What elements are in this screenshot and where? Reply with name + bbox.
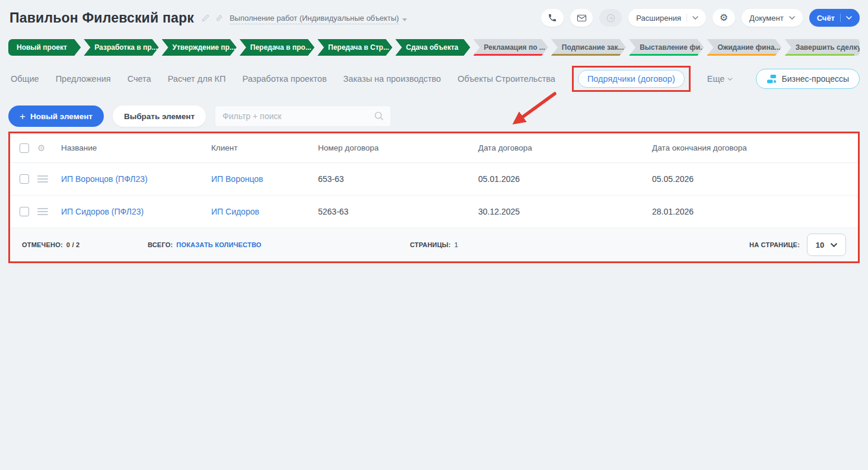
tab-podryadchiki-dogovor[interactable]: Подрядчики (договор) [578,70,685,88]
stage-accent [785,54,854,56]
invoice-button[interactable]: Счёт [809,9,860,27]
invoice-label: Счёт [817,14,835,23]
stage-label: Сдача объекта [406,43,458,52]
column-header-contract-number[interactable]: Номер договора [318,143,478,152]
pages-indicator: СТРАНИЦЫ: 1 [410,241,458,248]
business-processes-label: Бизнес-процессы [782,74,849,84]
tab-raschet-dlya-kp[interactable]: Расчет для КП [168,74,226,84]
plus-icon: + [20,111,26,122]
stage-item[interactable]: Выставление фи... [629,39,704,56]
tab-more[interactable]: Еще [707,74,733,84]
per-page-control: НА СТРАНИЦЕ: 10 [749,234,846,256]
stage-item[interactable]: Разработка в пр... [84,39,158,56]
chevron-down-icon [692,16,698,20]
link-icon[interactable] [215,14,224,25]
column-header-name[interactable]: Название [61,143,211,152]
new-item-label: Новый элемент [30,112,93,121]
funnel-selector[interactable]: Выполнение работ (Индивидуальные объекты… [230,14,408,24]
document-button[interactable]: Документ [742,9,803,27]
edit-icon[interactable] [201,14,210,25]
row-checkbox[interactable] [20,207,29,216]
page-title: Павильон Филевский парк [9,10,194,26]
filter-search [215,105,391,127]
column-header-contract-date[interactable]: Дата договора [478,143,652,152]
stage-label: Новый проект [17,43,67,52]
table-row: ИП Воронцов (ПФЛ23) ИП Воронцов 653-63 0… [10,163,858,196]
row-menu-icon[interactable] [37,208,48,215]
row-contract-number: 5263-63 [318,207,478,216]
stage-item[interactable]: Утверждение пр... [162,39,237,56]
settings-button[interactable]: ⚙ [713,9,735,27]
funnel-label: Выполнение работ (Индивидуальные объекты… [230,14,399,24]
checked-label: ОТМЕЧЕНО: [22,241,63,248]
per-page-select[interactable]: 10 [807,234,846,256]
mail-button[interactable] [570,9,593,27]
stage-item[interactable]: Ожидание фина... [707,39,781,56]
tab-zakazy-na-proizvodstvo[interactable]: Заказы на производство [344,74,441,84]
stage-item[interactable]: Передача в про... [240,39,314,56]
business-processes-button[interactable]: Бизнес-процессы [756,69,860,89]
business-process-icon [767,74,777,84]
annotation-highlight-box: Подрядчики (договор) [572,66,691,92]
new-item-button[interactable]: + Новый элемент [8,105,104,127]
grid-header-row: ⚙ Название Клиент Номер договора Дата до… [10,133,858,163]
gear-icon: ⚙ [720,13,728,23]
chat-button [599,9,622,27]
pages-value: 1 [454,241,458,248]
per-page-label: НА СТРАНИЦЕ: [749,241,800,248]
detail-tabs: Общие Предложения Счета Расчет для КП Ра… [11,66,860,91]
row-name-link[interactable]: ИП Воронцов (ПФЛ23) [61,174,211,184]
app-root: Павильон Филевский парк Выполнение работ… [0,0,868,470]
stage-item[interactable]: Передача в Стр... [317,39,392,56]
pages-label: СТРАНИЦЫ: [410,241,451,248]
column-header-contract-end-date[interactable]: Дата окончания договора [652,143,848,152]
checked-counter: ОТМЕЧЕНО: 0 / 2 [22,241,148,248]
search-icon[interactable] [374,111,384,123]
stage-label: Рекламация по ... [484,43,545,52]
show-count-link[interactable]: ПОКАЗАТЬ КОЛИЧЕСТВО [176,241,261,248]
tab-scheta[interactable]: Счета [128,74,151,84]
row-checkbox[interactable] [20,174,29,184]
tab-obekty-stroitelstva[interactable]: Объекты Строительства [457,74,555,84]
row-contract-number: 653-63 [318,174,478,184]
chevron-down-icon [402,18,407,21]
chevron-down-icon [846,16,852,20]
tab-predlozheniya[interactable]: Предложения [56,74,111,84]
select-item-label: Выбрать элемент [124,112,195,121]
row-menu-icon[interactable] [37,175,48,183]
row-contract-date: 30.12.2025 [478,207,652,216]
table-row: ИП Сидоров (ПФЛ23) ИП Сидоров 5263-63 30… [10,196,858,228]
stage-item[interactable]: Новый проект [8,39,81,56]
stage-item[interactable]: Подписание зак... [551,39,626,56]
filter-search-input[interactable] [215,105,391,127]
stage-item[interactable]: Рекламация по ... [473,39,548,56]
grid-footer: ОТМЕЧЕНО: 0 / 2 ВСЕГО: ПОКАЗАТЬ КОЛИЧЕСТ… [10,228,858,261]
extensions-label: Расширения [636,14,681,23]
row-client-link[interactable]: ИП Воронцов [211,174,318,184]
mail-icon [577,14,587,23]
stage-label: Подписание зак... [562,43,624,52]
tab-obshchie[interactable]: Общие [11,74,39,84]
select-item-button[interactable]: Выбрать элемент [113,105,206,127]
stage-label: Утверждение пр... [173,43,236,52]
row-name-link[interactable]: ИП Сидоров (ПФЛ23) [61,207,211,216]
grid-settings-icon[interactable]: ⚙ [37,143,61,152]
column-header-client[interactable]: Клиент [211,143,318,152]
stage-item[interactable]: Завершить сделку [785,39,860,56]
stage-label: Передача в Стр... [328,43,389,52]
chat-icon [606,13,616,23]
stage-label: Разработка в пр... [94,43,157,52]
top-toolbar: Расширения ⚙ Документ Счёт [541,9,860,27]
row-client-link[interactable]: ИП Сидоров [211,207,318,216]
stage-item[interactable]: Сдача объекта [395,39,470,56]
stage-label: Передача в про... [250,43,311,52]
total-label: ВСЕГО: [148,241,173,248]
select-all-checkbox[interactable] [20,143,29,153]
stage-label: Завершить сделку [796,43,860,52]
tab-razrabotka-proektov[interactable]: Разработка проектов [242,74,326,84]
total-counter: ВСЕГО: ПОКАЗАТЬ КОЛИЧЕСТВО [148,241,262,248]
title-bar: Павильон Филевский парк Выполнение работ… [9,6,860,30]
phone-button[interactable] [541,9,564,27]
row-contract-end-date: 28.01.2026 [652,207,848,216]
extensions-button[interactable]: Расширения [628,9,706,27]
